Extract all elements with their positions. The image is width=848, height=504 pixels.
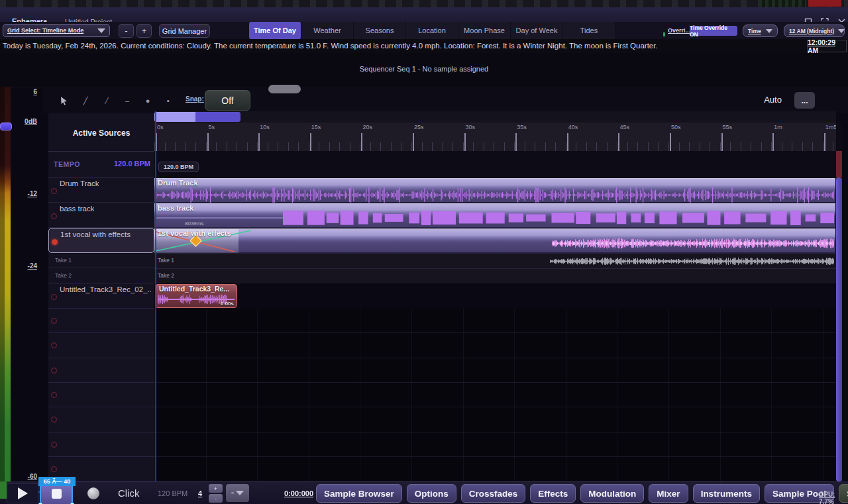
- record-arm-icon[interactable]: [51, 417, 57, 423]
- transport-bpm-label[interactable]: 120 BPM: [158, 489, 187, 497]
- ruler-major-tick: [824, 133, 825, 151]
- sample-browser-button[interactable]: Sample Browser: [316, 484, 402, 503]
- track-row-take-1[interactable]: Take 1: [48, 253, 154, 268]
- empty-timeline-row[interactable]: [154, 407, 836, 432]
- track-row-empty-10[interactable]: [48, 407, 154, 432]
- record-arm-icon[interactable]: [51, 342, 57, 348]
- active-sources-header: Active Sources: [48, 115, 154, 152]
- tab-day-of-week[interactable]: Day of Week: [511, 22, 563, 39]
- drum-track-clip[interactable]: Drum Track: [154, 178, 835, 203]
- ruler-major-tick: [413, 133, 414, 151]
- tab-weather[interactable]: Weather: [301, 22, 354, 39]
- record-arm-icon[interactable]: [52, 239, 58, 245]
- timeline-area[interactable]: 0s5s10s15s20s25s30s35s40s45s50s55s1m1m5s…: [154, 111, 836, 481]
- timeline-zoom-track[interactable]: [154, 111, 836, 123]
- empty-timeline-row[interactable]: [154, 358, 836, 383]
- bass-track-clip[interactable]: bass track: [154, 203, 835, 228]
- record-icon: [87, 487, 99, 499]
- effects-button[interactable]: Effects: [530, 484, 576, 503]
- mode-dropdown[interactable]: Time: [743, 25, 778, 37]
- track-row-1st-vocal-with-effects[interactable]: 1st vocal with effects: [48, 228, 154, 253]
- record-arm-icon[interactable]: [51, 294, 57, 300]
- take-2-lane[interactable]: Take 2: [154, 268, 836, 283]
- level-meter-left-channel: [0, 87, 5, 481]
- tab-location[interactable]: Location: [406, 22, 458, 39]
- tab-seasons[interactable]: Seasons: [354, 22, 406, 39]
- tempo-badge[interactable]: 120.0 BPM: [158, 162, 199, 172]
- record-arm-icon[interactable]: [51, 368, 57, 374]
- clock[interactable]: 12:00:29 AM: [807, 40, 847, 52]
- beats-value[interactable]: 4: [198, 489, 202, 497]
- track-row-drum-track[interactable]: Drum Track: [48, 177, 154, 203]
- mixer-button[interactable]: Mixer: [649, 484, 688, 503]
- track-row-empty-9[interactable]: [48, 383, 154, 407]
- record-arm-icon[interactable]: [51, 442, 57, 448]
- record-button[interactable]: [78, 483, 109, 503]
- tab-tides[interactable]: Tides: [563, 22, 615, 39]
- record-arm-icon[interactable]: [51, 318, 57, 324]
- tab-time-of-day[interactable]: Time Of Day: [249, 22, 301, 39]
- track-row-empty-11[interactable]: [48, 432, 154, 457]
- record-arm-icon[interactable]: [51, 213, 57, 219]
- transport-time-display[interactable]: 0:00:000: [284, 489, 313, 497]
- empty-timeline-row[interactable]: [154, 333, 836, 358]
- track-row-empty-6[interactable]: [48, 309, 154, 333]
- record-arm-icon[interactable]: [51, 188, 57, 194]
- crossfades-button[interactable]: Crossfades: [461, 484, 526, 503]
- time-dropdown[interactable]: 12 AM (Midnight): [784, 25, 845, 37]
- zoom-in-button[interactable]: +: [136, 24, 152, 38]
- stepper-up-button[interactable]: +: [209, 484, 223, 493]
- dash-tool-icon[interactable]: –: [121, 95, 133, 107]
- untitled-track-lane[interactable]: Untitled_Track3_Re... 0.00s: [154, 283, 836, 309]
- record-arm-icon[interactable]: [51, 466, 57, 472]
- override-link[interactable]: Overri...: [668, 27, 690, 34]
- timeline-drag-handle[interactable]: [268, 85, 301, 93]
- tempo-value[interactable]: 120.0 BPM: [114, 160, 150, 168]
- empty-timeline-row[interactable]: [154, 457, 836, 481]
- stepper-down-button[interactable]: -: [209, 494, 223, 503]
- stop-icon: [52, 489, 62, 499]
- take-1-lane[interactable]: Take 1: [154, 253, 836, 268]
- grid-select-dropdown[interactable]: Grid Select: Timeline Mode: [3, 24, 110, 37]
- vocal-track-clip[interactable]: 1st vocal with effects: [154, 228, 835, 253]
- dot-tool-icon[interactable]: ●: [142, 95, 154, 107]
- zoom-out-button[interactable]: -: [119, 24, 134, 38]
- tempo-row[interactable]: TEMPO 120.0 BPM: [48, 151, 154, 178]
- tempo-lane[interactable]: 120.0 BPM: [154, 151, 836, 178]
- snap-toggle-button[interactable]: Off: [205, 90, 250, 111]
- empty-timeline-row[interactable]: [154, 309, 836, 333]
- time-override-button[interactable]: Time Override ON: [690, 26, 737, 36]
- pencil-tool-icon[interactable]: ╱: [80, 95, 91, 107]
- timeline-zoom-bar[interactable]: [154, 112, 240, 122]
- tab-moon-phase[interactable]: Moon Phase: [458, 22, 511, 39]
- instruments-button[interactable]: Instruments: [693, 484, 760, 503]
- track-row-take-2[interactable]: Take 2: [48, 268, 154, 283]
- empty-timeline-row[interactable]: [154, 432, 836, 457]
- grid-manager-button[interactable]: Grid Manager: [159, 24, 210, 38]
- modulation-button[interactable]: Modulation: [580, 484, 644, 503]
- track-row-untitled-track3-rec-02[interactable]: Untitled_Track3_Rec_02_...: [48, 283, 154, 309]
- track-row-empty-8[interactable]: [48, 358, 154, 383]
- sequencer-banner-text: Sequencer Seq 1 - No sample assigned: [0, 65, 848, 73]
- play-button[interactable]: [7, 483, 38, 503]
- time-ruler[interactable]: 0s5s10s15s20s25s30s35s40s45s50s55s1m1m5s: [154, 123, 836, 152]
- playhead[interactable]: [155, 111, 156, 481]
- track-row-bass-track[interactable]: bass track: [48, 203, 154, 228]
- click-label[interactable]: Click: [118, 487, 140, 499]
- time-signature-dropdown[interactable]: =: [226, 484, 249, 502]
- ruler-major-tick: [670, 133, 671, 151]
- untitled-clip[interactable]: Untitled_Track3_Re... 0.00s: [155, 284, 237, 308]
- track-row-empty-7[interactable]: [48, 333, 154, 358]
- record-arm-icon[interactable]: [51, 392, 57, 398]
- square-tool-icon[interactable]: ▪: [162, 95, 174, 107]
- auto-button[interactable]: Auto: [755, 91, 791, 109]
- take-name: Take 2: [55, 272, 72, 279]
- volume-fader-handle[interactable]: [0, 123, 12, 130]
- options-button[interactable]: Options: [407, 484, 456, 503]
- line-tool-icon[interactable]: ╱: [101, 95, 113, 107]
- cursor-tool-icon[interactable]: [58, 95, 70, 107]
- vertical-scrollbar-thumb[interactable]: [836, 177, 842, 481]
- empty-timeline-row[interactable]: [154, 383, 836, 407]
- untitled-clip-title: Untitled_Track3_Re...: [159, 285, 229, 293]
- more-options-button[interactable]: ...: [794, 92, 815, 109]
